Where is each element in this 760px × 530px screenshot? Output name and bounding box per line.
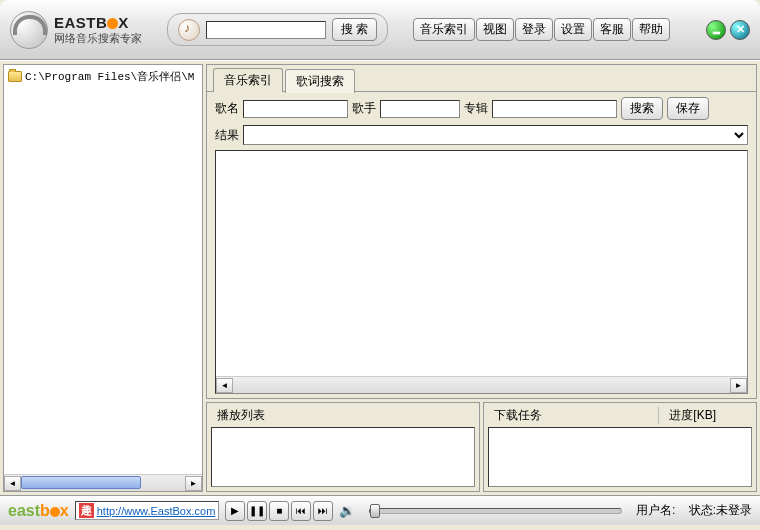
download-title: 下载任务 <box>488 407 548 424</box>
download-body[interactable] <box>488 427 752 487</box>
folder-tree[interactable]: C:\Program Files\音乐伴侣\M <box>4 65 202 474</box>
play-icon[interactable]: ▶ <box>225 501 245 521</box>
music-search-icon <box>178 19 200 41</box>
result-select[interactable] <box>243 125 748 145</box>
brand-name: EASTBX <box>54 14 142 31</box>
global-search-button[interactable]: 搜 索 <box>332 18 377 41</box>
song-label: 歌名 <box>215 100 239 117</box>
download-header: 下载任务 进度[KB] <box>488 407 752 427</box>
tabs-row: 音乐索引 歌词搜索 <box>207 65 756 92</box>
logo-text: EASTBX 网络音乐搜索专家 <box>54 14 142 46</box>
close-icon[interactable]: ✕ <box>730 20 750 40</box>
scroll-right-icon[interactable]: ► <box>185 476 202 491</box>
folder-icon <box>8 71 22 82</box>
content-area: 音乐索引 歌词搜索 歌名 歌手 专辑 搜索 保存 结果 ◄ <box>206 64 757 492</box>
scroll-thumb[interactable] <box>21 476 141 489</box>
result-scrollbar[interactable]: ◄ ► <box>216 376 747 393</box>
progress-title: 进度[KB] <box>658 407 722 424</box>
search-fields-row: 歌名 歌手 专辑 搜索 保存 <box>207 91 756 125</box>
minimize-icon[interactable]: 🗕 <box>706 20 726 40</box>
scroll-track[interactable] <box>233 378 730 393</box>
sidebar-scrollbar[interactable]: ◄ ► <box>4 474 202 491</box>
qu-badge: 趣 <box>79 503 94 518</box>
url-box: 趣 http://www.EastBox.com <box>75 501 220 520</box>
nav-view[interactable]: 视图 <box>476 18 514 41</box>
scroll-left-icon[interactable]: ◄ <box>216 378 233 393</box>
player-controls: ▶ ❚❚ ■ ⏮ ⏭ <box>225 501 333 521</box>
window-controls: 🗕 ✕ <box>706 20 750 40</box>
statusbar: eastbx 趣 http://www.EastBox.com ▶ ❚❚ ■ ⏮… <box>0 495 760 525</box>
user-label: 用户名: <box>636 503 675 517</box>
nav-help[interactable]: 帮助 <box>632 18 670 41</box>
brand-o-icon <box>107 18 118 29</box>
logo-area: EASTBX 网络音乐搜索专家 <box>10 11 142 49</box>
download-panel: 下载任务 进度[KB] <box>483 402 757 492</box>
nav-buttons: 音乐索引 视图 登录 设置 客服 帮助 <box>413 18 670 41</box>
song-input[interactable] <box>243 100 348 118</box>
bottom-panels: 播放列表 下载任务 进度[KB] <box>206 402 757 492</box>
homepage-link[interactable]: http://www.EastBox.com <box>97 505 216 517</box>
result-row: 结果 <box>207 125 756 150</box>
singer-label: 歌手 <box>352 100 376 117</box>
playlist-body[interactable] <box>211 427 475 487</box>
playlist-title: 播放列表 <box>211 407 271 424</box>
scroll-track[interactable] <box>21 476 185 491</box>
global-search-input[interactable] <box>206 21 326 39</box>
playlist-header: 播放列表 <box>211 407 475 427</box>
brand-suffix: X <box>118 14 129 31</box>
volume-icon[interactable]: 🔉 <box>339 503 355 518</box>
scroll-right-icon[interactable]: ► <box>730 378 747 393</box>
headphone-icon <box>10 11 48 49</box>
tabs-panel: 音乐索引 歌词搜索 歌名 歌手 专辑 搜索 保存 结果 ◄ <box>206 64 757 399</box>
sidebar: C:\Program Files\音乐伴侣\M ◄ ► <box>3 64 203 492</box>
pause-icon[interactable]: ❚❚ <box>247 501 267 521</box>
nav-login[interactable]: 登录 <box>515 18 553 41</box>
album-label: 专辑 <box>464 100 488 117</box>
nav-music-index[interactable]: 音乐索引 <box>413 18 475 41</box>
progress-slider[interactable] <box>369 508 622 514</box>
singer-input[interactable] <box>380 100 460 118</box>
status-label: 状态:未登录 <box>689 503 752 517</box>
status-right: 用户名: 状态:未登录 <box>636 502 752 519</box>
brand-footer: eastbx <box>8 502 69 520</box>
nav-settings[interactable]: 设置 <box>554 18 592 41</box>
brand-prefix: EASTB <box>54 14 107 31</box>
prev-icon[interactable]: ⏮ <box>291 501 311 521</box>
nav-support[interactable]: 客服 <box>593 18 631 41</box>
brand-o-icon <box>50 507 60 517</box>
result-area: ◄ ► <box>215 150 748 394</box>
tab-lyric-search[interactable]: 歌词搜索 <box>285 69 355 93</box>
tab-music-index[interactable]: 音乐索引 <box>213 68 283 92</box>
folder-path: C:\Program Files\音乐伴侣\M <box>25 69 194 84</box>
result-label: 结果 <box>215 127 239 144</box>
brand-subtitle: 网络音乐搜索专家 <box>54 31 142 46</box>
slider-knob[interactable] <box>370 504 380 518</box>
save-button[interactable]: 保存 <box>667 97 709 120</box>
album-input[interactable] <box>492 100 617 118</box>
global-search-box: 搜 索 <box>167 13 388 46</box>
main-area: C:\Program Files\音乐伴侣\M ◄ ► 音乐索引 歌词搜索 歌名… <box>0 60 760 495</box>
tree-row[interactable]: C:\Program Files\音乐伴侣\M <box>8 69 198 84</box>
header-toolbar: EASTBX 网络音乐搜索专家 搜 索 音乐索引 视图 登录 设置 客服 帮助 … <box>0 0 760 60</box>
playlist-panel: 播放列表 <box>206 402 480 492</box>
next-icon[interactable]: ⏭ <box>313 501 333 521</box>
search-button[interactable]: 搜索 <box>621 97 663 120</box>
stop-icon[interactable]: ■ <box>269 501 289 521</box>
scroll-left-icon[interactable]: ◄ <box>4 476 21 491</box>
